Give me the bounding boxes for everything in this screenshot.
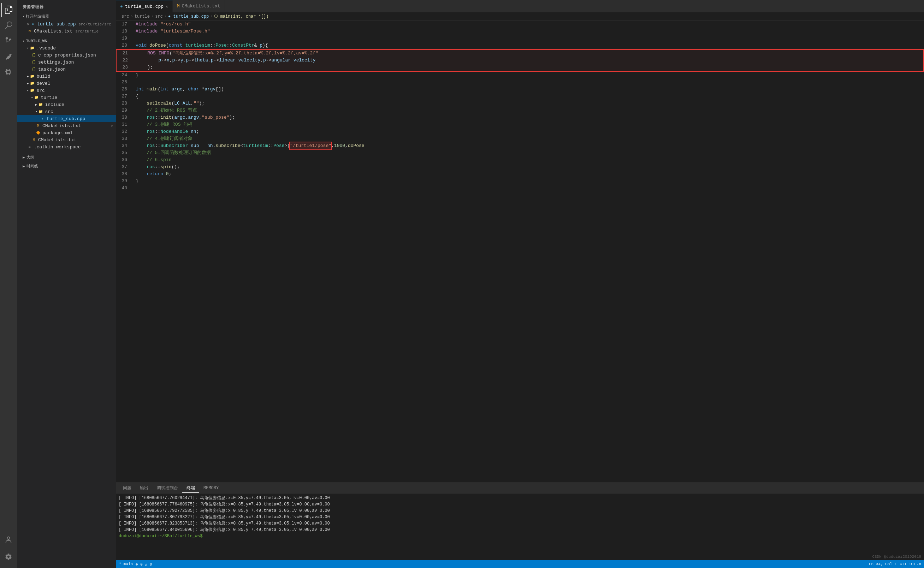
tree-vscode[interactable]: ▾ 📁 .vscode <box>17 44 116 51</box>
breadcrumb-turtle[interactable]: turtle <box>134 14 150 19</box>
code-line-30: 30 ros::init(argc,argv,"sub_pose"); <box>116 114 924 121</box>
breadcrumb-src2[interactable]: src <box>155 14 163 19</box>
folder-icon: 📁 <box>38 109 44 115</box>
code-line-21: 21 ROS_INFO("乌龟位姿信息:x=%.2f,y=%.2f,theta=… <box>116 50 923 57</box>
close-icon[interactable]: ✕ <box>27 21 29 27</box>
folder-closed-icon: 📁 <box>29 74 35 79</box>
json-icon: {} <box>31 59 37 65</box>
tree-c-cpp-props[interactable]: {} c_cpp_properties.json <box>17 51 116 59</box>
folder-closed-icon: 📁 <box>38 102 44 107</box>
tree-cmakelists-root[interactable]: M CMakeLists.txt <box>17 136 116 144</box>
status-branch[interactable]: ⑂ main <box>119 562 133 566</box>
code-line-26: 26 int main(int argc, char *argv[]) <box>116 86 924 93</box>
code-line-18: 18 #include "turtlesim/Pose.h" <box>116 28 924 35</box>
status-bar: ⑂ main ⊗ 0 △ 0 Ln 34, Col 1 C++ UTF-8 <box>116 560 924 568</box>
open-editor-cmakelists[interactable]: M CMakeLists.txt src/turtle <box>17 27 116 35</box>
xml-file-icon: 🔶 <box>35 130 41 136</box>
outline-section[interactable]: ▶ 大纲 <box>17 153 116 162</box>
watermark: CSDN @duduzai20192019 <box>872 554 921 559</box>
code-line-34: 34 ros::Subscriber sub = nh.subscribe<tu… <box>116 142 924 150</box>
tree-catkin-workspace[interactable]: ≡ .catkin_workspace <box>17 144 116 151</box>
tree-devel[interactable]: ▶ 📁 devel <box>17 80 116 87</box>
tab-label-cmake: CMakeLists.txt <box>181 3 220 9</box>
timeline-label: 时间线 <box>27 163 38 169</box>
terminal-prompt: duduzai@duduzai:~/SBot/turtle_ws$ <box>119 533 921 539</box>
code-line-31: 31 // 3.创建 ROS 句柄 <box>116 121 924 128</box>
code-line-36: 36 // 6.spin <box>116 157 924 163</box>
tree-src-inner[interactable]: ▾ 📁 src <box>17 108 116 115</box>
file-icon: ≡ <box>27 144 33 150</box>
tree-turtle-sub-cpp[interactable]: ● turtle_sub.cpp <box>17 115 116 122</box>
open-editor-turtle-sub[interactable]: ✕ ● turtle_sub.cpp src/turtle/src <box>17 21 116 27</box>
cmake-file-icon: M <box>35 123 41 128</box>
tab-memory[interactable]: MEMORY <box>199 484 223 492</box>
settings-icon[interactable] <box>2 550 15 564</box>
sidebar: 资源管理器 ▾ 打开的编辑器 ✕ ● turtle_sub.cpp src/tu… <box>17 0 116 568</box>
highlight-block-21-23: 21 ROS_INFO("乌龟位姿信息:x=%.2f,y=%.2f,theta=… <box>116 49 924 72</box>
terminal-line-6: [ INFO] [1680856677.840015696]: 乌龟位姿信息:x… <box>119 527 921 533</box>
tree-package-xml[interactable]: 🔶 package.xml <box>17 129 116 136</box>
explorer-icon[interactable] <box>2 3 15 17</box>
terminal-content[interactable]: [ INFO] [1680856677.760294471]: 乌龟位姿信息:x… <box>116 494 924 560</box>
breadcrumb-src[interactable]: src <box>121 14 129 19</box>
extensions-icon[interactable] <box>2 65 15 79</box>
code-line-39: 39 } <box>116 178 924 185</box>
tab-problems[interactable]: 问题 <box>119 483 136 492</box>
tab-turtle-sub-cpp[interactable]: ● turtle_sub.cpp ✕ <box>116 0 173 12</box>
sidebar-header: 资源管理器 <box>17 0 116 12</box>
outline-chevron: ▶ <box>23 155 25 160</box>
tree-cmakelists-turtle[interactable]: M CMakeLists.txt ↩ <box>17 122 116 129</box>
run-debug-icon[interactable] <box>2 50 15 63</box>
status-errors[interactable]: ⊗ 0 △ 0 <box>136 562 152 566</box>
status-encoding[interactable]: UTF-8 <box>909 562 921 566</box>
terminal-line-4: [ INFO] [1680856677.807793227]: 乌龟位姿信息:x… <box>119 514 921 520</box>
activity-bar <box>0 0 17 568</box>
source-control-icon[interactable] <box>2 34 15 48</box>
tree-tasks[interactable]: {} tasks.json <box>17 66 116 73</box>
status-line-col: Ln 34, Col 1 <box>869 562 897 566</box>
workspace-chevron: ▾ <box>23 39 24 43</box>
cpp-file-icon: ● <box>30 21 36 27</box>
tab-label-turtle-sub: turtle_sub.cpp <box>125 4 163 9</box>
breadcrumb-func[interactable]: ⬡ main(int, char *[]) <box>214 14 269 19</box>
json-icon: {} <box>31 52 37 58</box>
tab-bar: ● turtle_sub.cpp ✕ M CMakeLists.txt <box>116 0 924 12</box>
tree-include[interactable]: ▶ 📁 include <box>17 101 116 108</box>
tab-cmakelists[interactable]: M CMakeLists.txt <box>173 0 225 12</box>
code-line-25: 25 <box>116 79 924 86</box>
tree-build[interactable]: ▶ 📁 build <box>17 73 116 80</box>
code-line-23: 23 ); <box>116 64 923 71</box>
tree-settings[interactable]: {} settings.json <box>17 59 116 66</box>
tab-debug-console[interactable]: 调试控制台 <box>152 483 182 492</box>
breadcrumb-file[interactable]: ● turtle_sub.cpp <box>168 14 209 19</box>
code-line-38: 38 return 0; <box>116 171 924 178</box>
breadcrumb: src › turtle › src › ● turtle_sub.cpp › … <box>116 12 924 21</box>
cpp-file-icon: ● <box>39 116 45 121</box>
code-line-24: 24 } <box>116 72 924 79</box>
cmake-file-icon: M <box>27 28 33 34</box>
code-line-19: 19 <box>116 35 924 42</box>
tree-turtle[interactable]: ▾ 📁 turtle <box>17 94 116 101</box>
workspace-section[interactable]: ▾ TURTLE_WS <box>17 38 116 44</box>
terminal-line-1: [ INFO] [1680856677.760294471]: 乌龟位姿信息:x… <box>119 495 921 501</box>
editor-area: ● turtle_sub.cpp ✕ M CMakeLists.txt src … <box>116 0 924 568</box>
code-line-28: 28 setlocale(LC_ALL,""); <box>116 100 924 107</box>
outline-label: 大纲 <box>27 155 34 160</box>
status-lang[interactable]: C++ <box>900 562 907 566</box>
code-line-35: 35 // 5.回调函数处理订阅的数据 <box>116 150 924 157</box>
open-editors-section[interactable]: ▾ 打开的编辑器 <box>17 12 116 21</box>
tab-icon-cmake: M <box>177 3 180 9</box>
account-icon[interactable] <box>2 533 15 547</box>
code-editor[interactable]: 17 #include "ros/ros.h" 18 #include "tur… <box>116 21 924 482</box>
tab-output[interactable]: 输出 <box>136 483 152 492</box>
timeline-section[interactable]: ▶ 时间线 <box>17 162 116 170</box>
status-left: ⑂ main ⊗ 0 △ 0 <box>119 562 152 566</box>
tab-close-turtle-sub[interactable]: ✕ <box>166 4 168 9</box>
tree-src[interactable]: ▾ 📁 src <box>17 87 116 94</box>
tab-terminal[interactable]: 终端 <box>182 483 199 493</box>
terminal-tabs: 问题 输出 调试控制台 终端 MEMORY <box>116 483 924 494</box>
status-right: Ln 34, Col 1 C++ UTF-8 <box>869 562 921 566</box>
search-icon[interactable] <box>2 18 15 33</box>
tab-icon-cpp: ● <box>120 4 123 9</box>
workspace-label: TURTLE_WS <box>26 39 47 43</box>
